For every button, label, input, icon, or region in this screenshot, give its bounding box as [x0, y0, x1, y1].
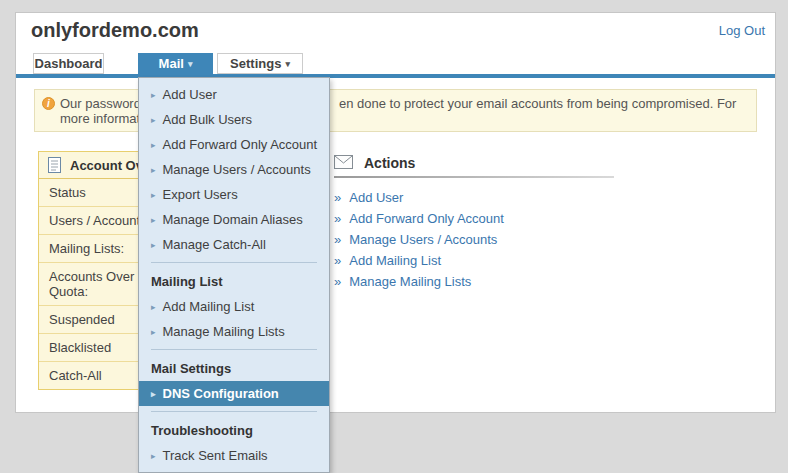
menu-item-add-bulk-users[interactable]: ▸Add Bulk Users [139, 107, 329, 132]
logout-link[interactable]: Log Out [719, 23, 765, 38]
chevron-down-icon: ▾ [188, 59, 193, 69]
menu-item-label: Manage Catch-All [163, 237, 266, 252]
menu-item-label: Track Sent Emails [163, 448, 268, 463]
submenu-arrow-icon: ▸ [151, 90, 156, 100]
menu-item-manage-users-accounts[interactable]: ▸Manage Users / Accounts [139, 157, 329, 182]
menu-item-add-mailing-list[interactable]: ▸Add Mailing List [139, 294, 329, 319]
accent-bar [16, 74, 775, 78]
submenu-arrow-icon: ▸ [151, 327, 156, 337]
action-link-add-forward-only-account[interactable]: Add Forward Only Account [349, 211, 504, 226]
action-row: »Manage Users / Accounts [334, 229, 614, 250]
actions-title: Actions [364, 155, 415, 171]
tab-label: Dashboard [35, 56, 103, 71]
submenu-arrow-icon: ▸ [151, 240, 156, 250]
menu-item-label: Export Users [163, 187, 238, 202]
tab-label: Settings [230, 56, 281, 71]
actions-panel: Actions »Add User»Add Forward Only Accou… [334, 151, 614, 292]
action-row: »Add Forward Only Account [334, 208, 614, 229]
row-label: Mailing Lists: [49, 241, 124, 256]
info-icon: i [42, 97, 55, 110]
submenu-arrow-icon: ▸ [151, 215, 156, 225]
banner-text-line2: more informat [60, 111, 140, 126]
banner-text-line1-right: en done to protect your email accounts f… [339, 96, 736, 111]
double-arrow-icon: » [334, 253, 341, 268]
actions-links: »Add User»Add Forward Only Account»Manag… [334, 187, 614, 292]
actions-header: Actions [334, 151, 614, 176]
double-arrow-icon: » [334, 211, 341, 226]
banner-text-line1-left: Our password [60, 96, 141, 111]
double-arrow-icon: » [334, 232, 341, 247]
page-title: onlyfordemo.com [31, 19, 199, 42]
submenu-arrow-icon: ▸ [151, 140, 156, 150]
double-arrow-icon: » [334, 190, 341, 205]
double-arrow-icon: » [334, 274, 341, 289]
mail-dropdown-menu: ▸Add User▸Add Bulk Users▸Add Forward Onl… [138, 77, 330, 473]
menu-item-manage-catch-all[interactable]: ▸Manage Catch-All [139, 232, 329, 257]
menu-item-label: Add Forward Only Account [163, 137, 318, 152]
document-icon [48, 157, 61, 173]
menu-item-add-user[interactable]: ▸Add User [139, 82, 329, 107]
action-link-add-mailing-list[interactable]: Add Mailing List [349, 253, 441, 268]
submenu-arrow-icon: ▸ [151, 115, 156, 125]
menu-item-dns-configuration[interactable]: ▸DNS Configuration [139, 381, 329, 406]
menu-item-add-forward-only-account[interactable]: ▸Add Forward Only Account [139, 132, 329, 157]
submenu-arrow-icon: ▸ [151, 451, 156, 461]
menu-item-export-users[interactable]: ▸Export Users [139, 182, 329, 207]
row-label: Catch-All [49, 368, 102, 383]
action-row: »Add Mailing List [334, 250, 614, 271]
submenu-arrow-icon: ▸ [151, 302, 156, 312]
action-row: »Manage Mailing Lists [334, 271, 614, 292]
row-label: Users / Accounts [49, 213, 147, 228]
menu-header-mail-settings: Mail Settings [139, 355, 329, 381]
action-row: »Add User [334, 187, 614, 208]
menu-item-label: Add Bulk Users [163, 112, 253, 127]
action-link-manage-mailing-lists[interactable]: Manage Mailing Lists [349, 274, 471, 289]
tab-settings[interactable]: Settings▾ [217, 53, 303, 74]
menu-item-label: Manage Users / Accounts [163, 162, 311, 177]
chevron-down-icon: ▾ [285, 59, 290, 69]
menu-item-manage-domain-aliases[interactable]: ▸Manage Domain Aliases [139, 207, 329, 232]
menu-item-track-sent-emails[interactable]: ▸Track Sent Emails [139, 443, 329, 468]
menu-header-troubleshooting: Troubleshooting [139, 417, 329, 443]
menu-item-label: Add Mailing List [163, 299, 255, 314]
menu-item-label: Manage Domain Aliases [163, 212, 303, 227]
tab-label: Mail [159, 56, 184, 71]
actions-divider [334, 176, 614, 178]
menu-divider [151, 262, 317, 263]
row-label: Suspended [49, 312, 115, 327]
menu-divider [151, 411, 317, 412]
menu-item-label: DNS Configuration [163, 386, 279, 401]
tab-mail[interactable]: Mail▾ [138, 53, 213, 76]
row-label: Status [49, 185, 86, 200]
submenu-arrow-icon: ▸ [151, 389, 156, 399]
action-link-manage-users-accounts[interactable]: Manage Users / Accounts [349, 232, 497, 247]
content-card: onlyfordemo.com Log Out Dashboard Mail▾ … [15, 12, 776, 413]
row-label: Blacklisted [49, 340, 111, 355]
tab-dashboard[interactable]: Dashboard [33, 53, 104, 74]
submenu-arrow-icon: ▸ [151, 190, 156, 200]
menu-divider [151, 349, 317, 350]
menu-item-label: Add User [163, 87, 217, 102]
menu-header-mailing-list: Mailing List [139, 268, 329, 294]
menu-item-label: Manage Mailing Lists [163, 324, 285, 339]
submenu-arrow-icon: ▸ [151, 165, 156, 175]
envelope-icon [334, 155, 353, 169]
action-link-add-user[interactable]: Add User [349, 190, 403, 205]
menu-item-manage-mailing-lists[interactable]: ▸Manage Mailing Lists [139, 319, 329, 344]
